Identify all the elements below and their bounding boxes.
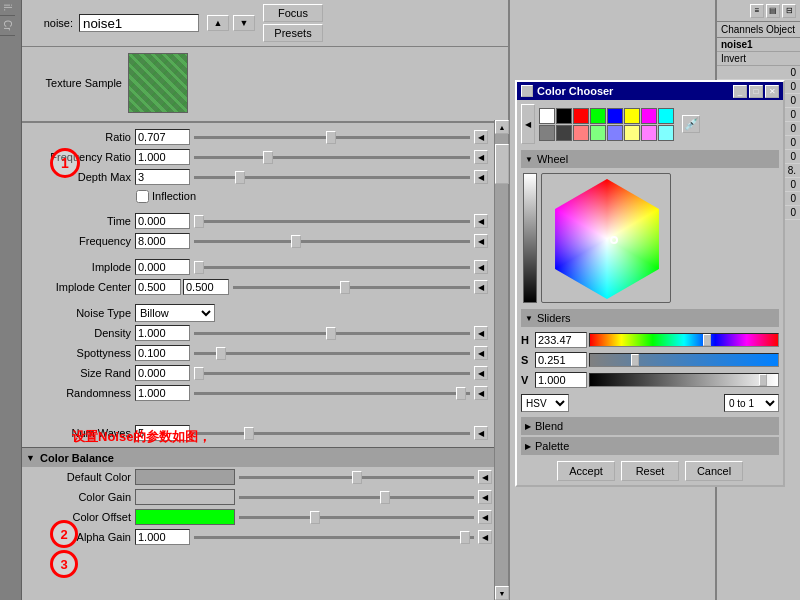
noise-input[interactable] <box>79 14 199 32</box>
swatch-blue[interactable] <box>607 108 623 124</box>
spottyness-arrow[interactable]: ◀ <box>474 346 488 360</box>
color-offset-slider[interactable] <box>239 516 474 519</box>
swatch-lavender[interactable] <box>607 125 623 141</box>
randomness-arrow[interactable]: ◀ <box>474 386 488 400</box>
presets-button[interactable]: Presets <box>263 24 323 42</box>
frequency-arrow[interactable]: ◀ <box>474 234 488 248</box>
v-slider-thumb[interactable] <box>759 374 767 386</box>
cancel-button[interactable]: Cancel <box>685 461 743 481</box>
default-color-arrow[interactable]: ◀ <box>478 470 492 484</box>
left-tab-2[interactable]: Cr <box>0 16 15 36</box>
noise-type-select[interactable]: Billow Perlin Turbulence Cellular <box>135 304 215 322</box>
dialog-close-btn[interactable]: ✕ <box>765 85 779 98</box>
color-gain-thumb[interactable] <box>380 491 390 504</box>
swatch-lightmagenta[interactable] <box>641 125 657 141</box>
alpha-gain-input[interactable] <box>135 529 190 545</box>
swatch-black[interactable] <box>556 108 572 124</box>
density-thumb[interactable] <box>326 327 336 340</box>
s-slider-thumb[interactable] <box>631 354 639 366</box>
sidebar-btn3[interactable]: ⊟ <box>782 4 796 18</box>
color-offset-thumb[interactable] <box>310 511 320 524</box>
time-thumb[interactable] <box>194 215 204 228</box>
depth-max-input[interactable] <box>135 169 190 185</box>
swatch-magenta[interactable] <box>641 108 657 124</box>
dialog-maximize-btn[interactable]: □ <box>749 85 763 98</box>
frequency-slider[interactable] <box>194 240 470 243</box>
color-balance-header[interactable]: ▼ Color Balance <box>22 447 508 467</box>
spottyness-slider[interactable] <box>194 352 470 355</box>
sidebar-btn2[interactable]: ▤ <box>766 4 780 18</box>
implode-arrow[interactable]: ◀ <box>474 260 488 274</box>
time-slider[interactable] <box>194 220 470 223</box>
swatch-pink[interactable] <box>573 125 589 141</box>
h-value-input[interactable] <box>535 332 587 348</box>
swatch-red[interactable] <box>573 108 589 124</box>
swatch-white[interactable] <box>539 108 555 124</box>
up-icon-btn[interactable]: ▲ <box>207 15 229 31</box>
implode-input[interactable] <box>135 259 190 275</box>
swatch-gray[interactable] <box>539 125 555 141</box>
density-input[interactable] <box>135 325 190 341</box>
implode-thumb[interactable] <box>194 261 204 274</box>
default-color-swatch[interactable] <box>135 469 235 485</box>
swatch-lightyellow[interactable] <box>624 125 640 141</box>
numwaves-slider[interactable] <box>194 432 470 435</box>
alpha-gain-arrow[interactable]: ◀ <box>478 530 492 544</box>
spottyness-input[interactable] <box>135 345 190 361</box>
sidebar-btn1[interactable]: ≡ <box>750 4 764 18</box>
freq-ratio-thumb[interactable] <box>263 151 273 164</box>
sizerand-arrow[interactable]: ◀ <box>474 366 488 380</box>
swatch-cyan[interactable] <box>658 108 674 124</box>
color-gain-arrow[interactable]: ◀ <box>478 490 492 504</box>
color-mode-select[interactable]: HSV RGB HSL <box>521 394 569 412</box>
implode-center-input1[interactable] <box>135 279 181 295</box>
default-color-thumb[interactable] <box>352 471 362 484</box>
swatch-lightgreen[interactable] <box>590 125 606 141</box>
sizerand-slider[interactable] <box>194 372 470 375</box>
color-offset-swatch[interactable] <box>135 509 235 525</box>
color-wheel[interactable] <box>541 173 671 303</box>
scroll-down-arrow[interactable]: ▼ <box>495 586 509 600</box>
ratio-thumb[interactable] <box>326 131 336 144</box>
color-gain-swatch[interactable] <box>135 489 235 505</box>
h-slider-thumb[interactable] <box>703 334 711 346</box>
focus-button[interactable]: Focus <box>263 4 323 22</box>
alpha-gain-slider[interactable] <box>194 536 474 539</box>
default-color-slider[interactable] <box>239 476 474 479</box>
h-slider-bar[interactable] <box>589 333 779 347</box>
freq-ratio-input[interactable] <box>135 149 190 165</box>
density-slider[interactable] <box>194 332 470 335</box>
color-offset-arrow[interactable]: ◀ <box>478 510 492 524</box>
ratio-slider[interactable] <box>194 136 470 139</box>
time-arrow[interactable]: ◀ <box>474 214 488 228</box>
sizerand-thumb[interactable] <box>194 367 204 380</box>
swatch-yellow[interactable] <box>624 108 640 124</box>
swatch-green[interactable] <box>590 108 606 124</box>
freq-ratio-arrow[interactable]: ◀ <box>474 150 488 164</box>
implode-center-input2[interactable] <box>183 279 229 295</box>
depth-max-arrow[interactable]: ◀ <box>474 170 488 184</box>
wheel-header[interactable]: ▼ Wheel <box>521 150 779 168</box>
palette-section[interactable]: ▶ Palette <box>521 437 779 455</box>
left-tab-1[interactable]: il. <box>0 0 15 16</box>
randomness-slider[interactable] <box>194 392 470 395</box>
scroll-track[interactable] <box>495 134 508 586</box>
numwaves-arrow[interactable]: ◀ <box>474 426 488 440</box>
spottyness-thumb[interactable] <box>216 347 226 360</box>
swatch-prev-btn[interactable]: ◀ <box>521 104 535 144</box>
accept-button[interactable]: Accept <box>557 461 615 481</box>
sliders-header[interactable]: ▼ Sliders <box>521 309 779 327</box>
time-input[interactable] <box>135 213 190 229</box>
range-select[interactable]: 0 to 1 0 to 255 <box>724 394 779 412</box>
eyedrop-btn[interactable]: 💉 <box>682 115 700 133</box>
freq-ratio-slider[interactable] <box>194 156 470 159</box>
swatch-lightcyan[interactable] <box>658 125 674 141</box>
alpha-gain-thumb[interactable] <box>460 531 470 544</box>
implode-center-slider[interactable] <box>233 286 470 289</box>
scroll-up-arrow[interactable]: ▲ <box>495 120 509 134</box>
dialog-minimize-btn[interactable]: _ <box>733 85 747 98</box>
blend-section[interactable]: ▶ Blend <box>521 417 779 435</box>
randomness-thumb[interactable] <box>456 387 466 400</box>
ratio-arrow[interactable]: ◀ <box>474 130 488 144</box>
numwaves-thumb[interactable] <box>244 427 254 440</box>
